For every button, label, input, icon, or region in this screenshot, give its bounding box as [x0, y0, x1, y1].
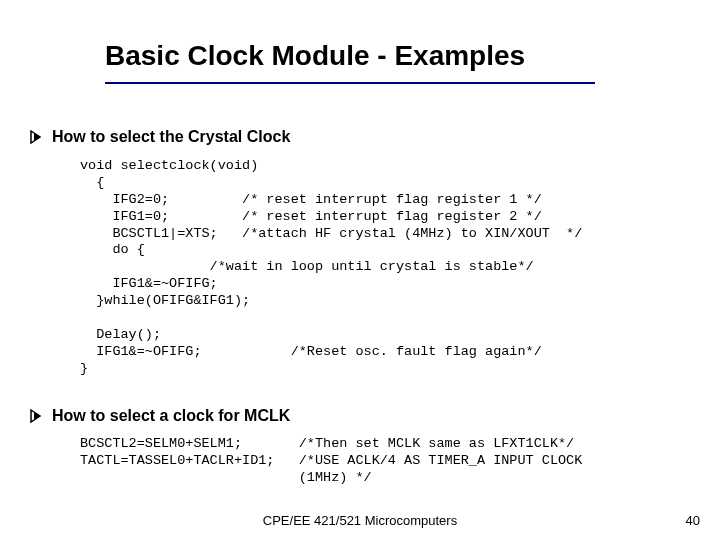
- title-underline: [105, 82, 595, 84]
- arrow-right-icon: [30, 409, 44, 423]
- bullet-item-2: How to select a clock for MCLK: [30, 407, 290, 425]
- code-block-1: void selectclock(void) { IFG2=0; /* rese…: [80, 158, 582, 377]
- code-block-2: BCSCTL2=SELM0+SELM1; /*Then set MCLK sam…: [80, 436, 582, 487]
- footer-text: CPE/EE 421/521 Microcomputers: [0, 513, 720, 528]
- slide-title: Basic Clock Module - Examples: [105, 40, 525, 72]
- page-number: 40: [686, 513, 700, 528]
- bullet-item-1: How to select the Crystal Clock: [30, 128, 290, 146]
- bullet-text-1: How to select the Crystal Clock: [52, 128, 290, 146]
- bullet-text-2: How to select a clock for MCLK: [52, 407, 290, 425]
- arrow-right-icon: [30, 130, 44, 144]
